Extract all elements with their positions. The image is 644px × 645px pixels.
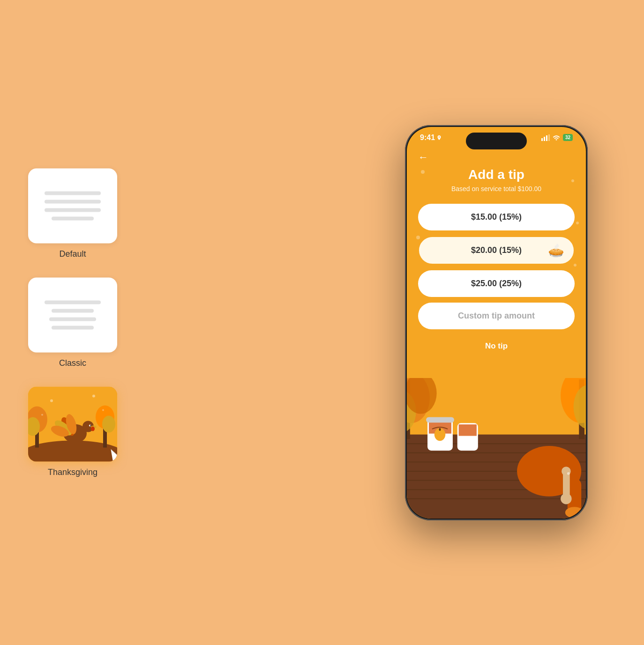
svg-rect-24 <box>546 135 547 141</box>
tip-20-label: $20.00 (15%) <box>471 245 522 255</box>
svg-point-54 <box>567 472 570 474</box>
dynamic-island <box>466 133 527 149</box>
classic-line-2 <box>52 309 94 312</box>
thanksgiving-bottom-scene <box>407 378 586 519</box>
page-subtitle: Based on service total $100.00 <box>418 185 575 193</box>
theme-line-4 <box>52 216 94 220</box>
svg-point-12 <box>90 425 91 426</box>
dot-1 <box>421 170 425 174</box>
phone-mockup: 9:41 <box>405 125 588 520</box>
svg-rect-22 <box>541 138 543 141</box>
pie-emoji: 🥧 <box>548 243 564 258</box>
dot-3 <box>416 236 420 239</box>
theme-label-default: Default <box>59 249 86 259</box>
theme-option-classic: Classic <box>28 277 117 368</box>
tip-button-25[interactable]: $25.00 (25%) <box>418 270 575 297</box>
svg-point-21 <box>102 409 104 411</box>
phone-screen: 9:41 <box>407 127 586 519</box>
bottom-scene <box>407 378 586 519</box>
svg-point-50 <box>565 507 584 518</box>
dot-5 <box>576 222 579 224</box>
classic-line-4 <box>52 326 94 329</box>
svg-rect-43 <box>426 417 454 423</box>
battery-indicator: 32 <box>563 134 573 141</box>
svg-point-13 <box>91 426 95 431</box>
theme-card-default[interactable] <box>28 168 117 243</box>
phone-frame: 9:41 <box>405 125 588 520</box>
svg-rect-47 <box>459 424 477 436</box>
svg-point-18 <box>50 399 53 402</box>
location-icon <box>436 135 442 141</box>
svg-rect-23 <box>544 137 545 141</box>
back-button[interactable]: ← <box>418 151 575 163</box>
svg-point-19 <box>92 394 95 397</box>
signal-icon <box>541 134 550 141</box>
theme-option-default: Default <box>28 168 117 259</box>
theme-label-classic: Classic <box>59 358 86 368</box>
theme-label-thanksgiving: Thanksgiving <box>48 467 97 477</box>
no-tip-button[interactable]: No tip <box>418 337 575 356</box>
theme-card-classic[interactable] <box>28 277 117 352</box>
theme-line-2 <box>45 200 101 203</box>
svg-point-20 <box>41 414 43 415</box>
classic-line-1 <box>45 300 101 304</box>
dot-2 <box>571 179 574 182</box>
svg-rect-45 <box>439 428 441 430</box>
classic-line-3 <box>49 317 96 321</box>
theme-line-1 <box>45 191 101 195</box>
status-icons: 32 <box>541 134 573 141</box>
theme-card-thanksgiving[interactable] <box>28 386 117 461</box>
page-title: Add a tip <box>418 167 575 182</box>
thanksgiving-scene-svg <box>28 386 117 461</box>
custom-tip-button[interactable]: Custom tip amount <box>418 303 575 329</box>
wifi-icon <box>553 134 560 141</box>
svg-rect-25 <box>548 134 550 141</box>
dot-4 <box>574 264 577 267</box>
thanksgiving-bg <box>28 386 117 461</box>
svg-point-37 <box>407 378 437 414</box>
status-time: 9:41 <box>420 133 442 142</box>
svg-point-7 <box>102 415 115 432</box>
time-display: 9:41 <box>420 133 435 142</box>
tip-button-20[interactable]: $20.00 (15%) 🥧 <box>418 236 575 265</box>
theme-option-thanksgiving: Thanksgiving <box>28 386 117 477</box>
svg-point-53 <box>561 493 572 504</box>
theme-selector-panel: Default Classic <box>28 168 117 477</box>
theme-line-3 <box>45 208 101 212</box>
tip-button-15[interactable]: $15.00 (15%) <box>418 204 575 230</box>
